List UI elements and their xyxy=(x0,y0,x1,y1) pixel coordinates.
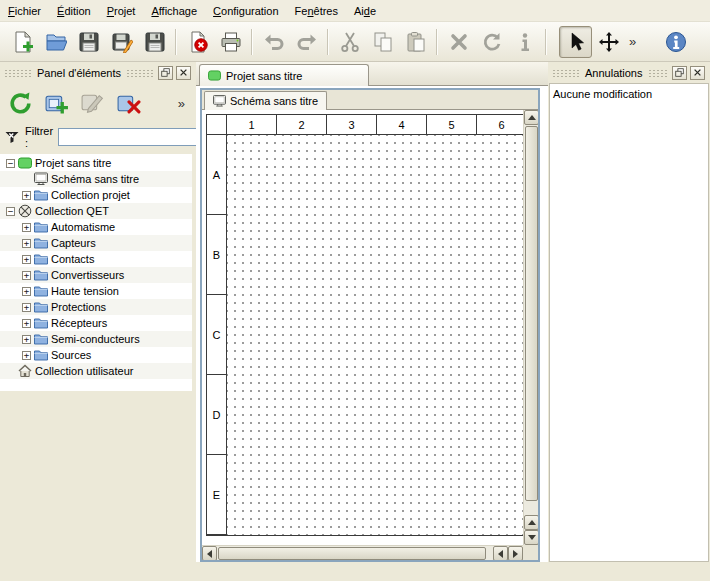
expander-icon[interactable]: − xyxy=(6,159,15,168)
paste-button[interactable] xyxy=(399,26,432,58)
menu-fichier[interactable]: Fichier xyxy=(0,0,49,21)
tree-item-semi-conducteurs[interactable]: +Semi-conducteurs xyxy=(0,331,192,347)
folder-icon xyxy=(34,300,48,314)
horizontal-scroll-thumb[interactable] xyxy=(218,547,486,560)
elements-panel-toolbar: » xyxy=(2,84,192,122)
menu-edition[interactable]: Édition xyxy=(49,0,99,21)
menu-fenetres[interactable]: Fenêtres xyxy=(287,0,346,21)
expander-icon[interactable]: + xyxy=(22,223,31,232)
tab-project[interactable]: Projet sans titre xyxy=(199,64,369,86)
paste-icon xyxy=(405,31,427,53)
scroll-left-button[interactable] xyxy=(202,546,217,560)
tree-item-haute-tension[interactable]: +Haute tension xyxy=(0,283,192,299)
save-button[interactable] xyxy=(72,26,105,58)
diagram-grid[interactable] xyxy=(227,135,527,535)
diagram-viewport[interactable]: 123456ABCDE xyxy=(202,110,538,560)
copy-button[interactable] xyxy=(366,26,399,58)
expander-icon[interactable]: + xyxy=(22,335,31,344)
expander-icon[interactable]: + xyxy=(22,303,31,312)
scroll-left-button-right[interactable] xyxy=(493,546,508,560)
project-icon xyxy=(208,70,221,81)
expander-icon[interactable]: + xyxy=(22,287,31,296)
close-panel-button[interactable] xyxy=(690,66,705,80)
tree-item-capteurs[interactable]: +Capteurs xyxy=(0,235,192,251)
scroll-up-button-bottom[interactable] xyxy=(524,515,538,530)
elements-toolbar-overflow[interactable]: » xyxy=(178,96,190,111)
tree-item-contacts[interactable]: +Contacts xyxy=(0,251,192,267)
tree-item-collection-utilisateur[interactable]: Collection utilisateur xyxy=(0,363,192,379)
left-arrow-icon xyxy=(498,550,503,558)
expander-icon[interactable]: + xyxy=(22,239,31,248)
menu-projet[interactable]: Projet xyxy=(99,0,144,21)
save-as-button[interactable] xyxy=(105,26,138,58)
clear-filter-icon[interactable] xyxy=(4,129,20,145)
edit-element-button[interactable] xyxy=(76,87,108,119)
delete-element-button[interactable] xyxy=(112,87,144,119)
element-info-button[interactable] xyxy=(508,26,541,58)
delete-button[interactable] xyxy=(442,26,475,58)
scroll-right-button[interactable] xyxy=(508,546,523,560)
reload-collections-button[interactable] xyxy=(4,87,36,119)
main-toolbar: » xyxy=(0,22,710,62)
tab-schema[interactable]: Schéma sans titre xyxy=(204,91,327,110)
about-qet-button[interactable] xyxy=(659,26,692,58)
column-header-5: 5 xyxy=(427,115,477,135)
redo-button[interactable] xyxy=(290,26,323,58)
tree-item-label: Convertisseurs xyxy=(51,269,124,281)
float-icon xyxy=(675,68,684,77)
elements-panel-titlebar[interactable]: Panel d'éléments xyxy=(2,64,193,81)
expander-icon[interactable]: + xyxy=(22,271,31,280)
tree-item-automatisme[interactable]: +Automatisme xyxy=(0,219,192,235)
cut-button[interactable] xyxy=(333,26,366,58)
tree-item-protections[interactable]: +Protections xyxy=(0,299,192,315)
expander-icon[interactable]: + xyxy=(22,191,31,200)
expander-icon[interactable]: + xyxy=(22,319,31,328)
undo-panel: Annulations Aucune modification xyxy=(548,62,710,562)
tree-item-recepteurs[interactable]: +Récepteurs xyxy=(0,315,192,331)
element-info-icon xyxy=(514,31,536,53)
toolbar-overflow[interactable]: » xyxy=(625,34,640,49)
column-header-4: 4 xyxy=(377,115,427,135)
menu-aide[interactable]: Aide xyxy=(346,0,384,21)
undo-panel-titlebar[interactable]: Annulations xyxy=(550,64,707,81)
scroll-up-button[interactable] xyxy=(524,110,538,125)
tree-item-label: Protections xyxy=(51,301,106,313)
float-panel-button[interactable] xyxy=(672,66,687,80)
rotate-button[interactable] xyxy=(475,26,508,58)
new-project-button[interactable] xyxy=(6,26,39,58)
close-panel-button[interactable] xyxy=(176,66,191,80)
tree-item-label: Récepteurs xyxy=(51,317,107,329)
close-file-button[interactable] xyxy=(181,26,214,58)
tree-item-collection-projet[interactable]: +Collection projet xyxy=(0,187,192,203)
expander-icon[interactable]: − xyxy=(6,207,15,216)
expander-icon[interactable]: + xyxy=(22,255,31,264)
tree-item-projet-sans-titre[interactable]: −Projet sans titre xyxy=(0,155,192,171)
float-panel-button[interactable] xyxy=(158,66,173,80)
vertical-scroll-thumb[interactable] xyxy=(525,126,538,501)
tree-item-convertisseurs[interactable]: +Convertisseurs xyxy=(0,267,192,283)
new-element-button[interactable] xyxy=(40,87,72,119)
tree-item-label: Projet sans titre xyxy=(35,157,111,169)
tree-item-collection-qet[interactable]: −Collection QET xyxy=(0,203,192,219)
folder-icon xyxy=(34,268,48,282)
tree-item-schema-sans-titre[interactable]: Schéma sans titre xyxy=(0,171,192,187)
pan-mode-button[interactable] xyxy=(592,26,625,58)
print-button[interactable] xyxy=(214,26,247,58)
row-header-d: D xyxy=(207,375,227,455)
selection-mode-button[interactable] xyxy=(559,26,592,58)
expander-icon[interactable]: + xyxy=(22,351,31,360)
save-all-button[interactable] xyxy=(138,26,171,58)
menu-affichage[interactable]: Affichage xyxy=(143,0,205,21)
vertical-scrollbar[interactable] xyxy=(523,110,538,545)
open-project-button[interactable] xyxy=(39,26,72,58)
tree-item-sources[interactable]: +Sources xyxy=(0,347,192,363)
tab-schema-label: Schéma sans titre xyxy=(230,95,318,107)
horizontal-scrollbar[interactable] xyxy=(202,545,523,560)
filter-input[interactable] xyxy=(58,128,206,146)
scroll-down-button[interactable] xyxy=(524,530,538,545)
menu-configuration[interactable]: Configuration xyxy=(205,0,286,21)
undo-button[interactable] xyxy=(257,26,290,58)
folder-icon xyxy=(34,188,48,202)
undo-list-item[interactable]: Aucune modification xyxy=(553,86,705,102)
mdi-area: Schéma sans titre 123456ABCDE xyxy=(196,86,548,562)
